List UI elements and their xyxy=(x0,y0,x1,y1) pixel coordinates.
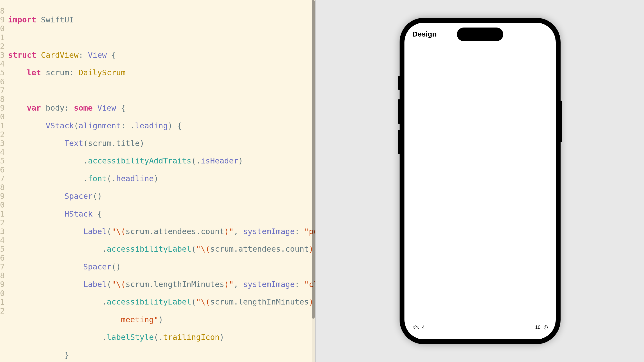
line-number: 9 xyxy=(0,280,4,289)
preview-canvas[interactable]: Design 4 xyxy=(316,0,644,362)
clock-icon xyxy=(544,325,548,330)
spacer xyxy=(412,38,548,325)
svg-point-2 xyxy=(417,326,418,327)
line-number: 7 xyxy=(0,86,4,95)
line-number: 7 xyxy=(0,174,4,183)
power-button-icon xyxy=(560,101,562,142)
line-number: 5 xyxy=(0,156,4,165)
volume-down-button-icon xyxy=(398,130,400,154)
line-number: 9 xyxy=(0,15,4,24)
line-number: 6 xyxy=(0,254,4,262)
line-number: 6 xyxy=(0,166,4,174)
line-number: 9 xyxy=(0,104,4,112)
dynamic-island-icon xyxy=(457,27,503,41)
card-view-preview: Design 4 xyxy=(404,23,556,339)
card-footer: 4 10 xyxy=(412,325,548,330)
phone-screen: Design 4 xyxy=(404,23,556,339)
silence-switch-icon xyxy=(398,76,400,90)
svg-point-0 xyxy=(415,326,416,327)
volume-up-button-icon xyxy=(398,99,400,124)
line-number: 8 xyxy=(0,271,4,280)
line-number: 0 xyxy=(0,24,4,33)
line-number-gutter: 8 9 0 1 2 3 4 5 6 7 8 9 0 1 2 3 4 5 6 7 … xyxy=(0,0,4,362)
line-number: 3 xyxy=(0,139,4,148)
line-number: 9 xyxy=(0,192,4,200)
line-number: 6 xyxy=(0,77,4,86)
code-editor-pane[interactable]: 8 9 0 1 2 3 4 5 6 7 8 9 0 1 2 3 4 5 6 7 … xyxy=(0,0,315,362)
line-number: 2 xyxy=(0,42,4,51)
line-number: 1 xyxy=(0,33,4,42)
line-number: 2 xyxy=(0,130,4,139)
svg-point-1 xyxy=(413,326,414,327)
phone-buttons-left xyxy=(398,76,400,160)
attendees-count: 4 xyxy=(422,325,425,330)
line-number: 1 xyxy=(0,121,4,130)
line-number: 4 xyxy=(0,59,4,68)
person-3-icon xyxy=(412,325,419,330)
duration-minutes: 10 xyxy=(535,325,540,330)
editor-scrollbar[interactable] xyxy=(312,0,315,362)
line-number: 1 xyxy=(0,209,4,218)
line-number: 0 xyxy=(0,200,4,209)
line-number: 2 xyxy=(0,307,4,315)
line-number: 0 xyxy=(0,112,4,121)
line-number: 4 xyxy=(0,148,4,156)
duration-label: 10 xyxy=(535,325,548,330)
line-number: 4 xyxy=(0,236,4,245)
line-number: 3 xyxy=(0,51,4,59)
line-number: 2 xyxy=(0,218,4,227)
line-number: 8 xyxy=(0,95,4,104)
line-number: 8 xyxy=(0,6,4,15)
code-text-area[interactable]: import SwiftUI struct CardView: View { l… xyxy=(4,0,315,362)
scrollbar-thumb[interactable] xyxy=(312,0,315,319)
line-number: 5 xyxy=(0,68,4,77)
line-number: 7 xyxy=(0,262,4,271)
line-number: 8 xyxy=(0,183,4,192)
iphone-bezel: Design 4 xyxy=(400,18,560,344)
attendees-label: 4 xyxy=(412,325,425,330)
line-number: 3 xyxy=(0,227,4,236)
line-number: 5 xyxy=(0,245,4,253)
line-number: 1 xyxy=(0,298,4,307)
line-number: 0 xyxy=(0,289,4,298)
